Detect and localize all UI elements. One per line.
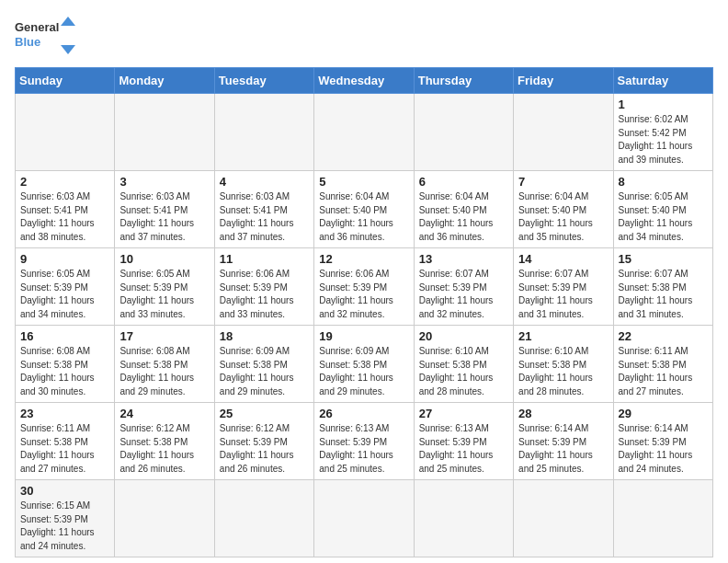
day-number: 17 (119, 329, 209, 343)
day-cell-4: 4Sunrise: 6:03 AMSunset: 5:41 PMDaylight… (214, 171, 313, 248)
day-cell-7: 7Sunrise: 6:04 AMSunset: 5:40 PMDaylight… (514, 171, 613, 248)
day-number: 22 (619, 329, 708, 343)
day-info: Sunrise: 6:02 AMSunset: 5:42 PMDaylight:… (619, 113, 708, 167)
day-cell-16: 16Sunrise: 6:08 AMSunset: 5:38 PMDayligh… (16, 326, 115, 403)
day-info: Sunrise: 6:06 AMSunset: 5:39 PMDaylight:… (220, 268, 309, 321)
day-info: Sunrise: 6:12 AMSunset: 5:39 PMDaylight:… (220, 422, 309, 476)
weekday-header-row: SundayMondayTuesdayWednesdayThursdayFrid… (16, 68, 713, 94)
day-cell-29: 29Sunrise: 6:14 AMSunset: 5:39 PMDayligh… (613, 403, 712, 480)
day-number: 24 (119, 407, 209, 420)
day-number: 28 (518, 407, 608, 420)
day-cell-13: 13Sunrise: 6:07 AMSunset: 5:39 PMDayligh… (414, 248, 513, 326)
day-number: 7 (518, 175, 608, 189)
empty-cell (613, 480, 712, 557)
day-info: Sunrise: 6:08 AMSunset: 5:38 PMDaylight:… (20, 345, 109, 398)
day-number: 10 (119, 252, 209, 266)
day-number: 14 (518, 252, 608, 266)
day-number: 25 (220, 407, 309, 420)
day-number: 26 (319, 407, 408, 420)
day-info: Sunrise: 6:07 AMSunset: 5:38 PMDaylight:… (619, 268, 708, 321)
day-number: 6 (419, 175, 508, 189)
weekday-header-wednesday: Wednesday (314, 68, 414, 94)
day-cell-19: 19Sunrise: 6:09 AMSunset: 5:38 PMDayligh… (314, 326, 414, 403)
day-info: Sunrise: 6:11 AMSunset: 5:38 PMDaylight:… (20, 422, 109, 476)
day-cell-30: 30Sunrise: 6:15 AMSunset: 5:39 PMDayligh… (16, 480, 115, 557)
day-info: Sunrise: 6:14 AMSunset: 5:39 PMDaylight:… (619, 422, 708, 476)
day-number: 29 (619, 407, 708, 420)
day-info: Sunrise: 6:09 AMSunset: 5:38 PMDaylight:… (220, 345, 309, 398)
empty-cell (514, 480, 613, 557)
day-info: Sunrise: 6:03 AMSunset: 5:41 PMDaylight:… (220, 190, 309, 244)
empty-cell (16, 94, 115, 171)
weekday-header-sunday: Sunday (16, 68, 115, 94)
logo-svg: General Blue (15, 15, 79, 56)
day-info: Sunrise: 6:05 AMSunset: 5:40 PMDaylight:… (619, 190, 708, 244)
page-header: General Blue (15, 15, 713, 56)
day-info: Sunrise: 6:10 AMSunset: 5:38 PMDaylight:… (419, 345, 508, 398)
day-cell-20: 20Sunrise: 6:10 AMSunset: 5:38 PMDayligh… (414, 326, 513, 403)
day-number: 3 (119, 175, 209, 189)
day-number: 9 (20, 252, 109, 266)
day-number: 18 (220, 329, 309, 343)
day-number: 27 (419, 407, 508, 420)
weekday-header-thursday: Thursday (414, 68, 513, 94)
day-info: Sunrise: 6:07 AMSunset: 5:39 PMDaylight:… (419, 268, 508, 321)
calendar-row: 2Sunrise: 6:03 AMSunset: 5:41 PMDaylight… (16, 171, 713, 248)
day-number: 23 (20, 407, 109, 420)
day-info: Sunrise: 6:10 AMSunset: 5:38 PMDaylight:… (518, 345, 608, 398)
day-info: Sunrise: 6:03 AMSunset: 5:41 PMDaylight:… (20, 190, 109, 244)
day-cell-5: 5Sunrise: 6:04 AMSunset: 5:40 PMDaylight… (314, 171, 414, 248)
day-cell-24: 24Sunrise: 6:12 AMSunset: 5:38 PMDayligh… (115, 403, 214, 480)
weekday-header-monday: Monday (115, 68, 214, 94)
day-cell-26: 26Sunrise: 6:13 AMSunset: 5:39 PMDayligh… (314, 403, 414, 480)
day-number: 8 (619, 175, 708, 189)
day-cell-28: 28Sunrise: 6:14 AMSunset: 5:39 PMDayligh… (514, 403, 613, 480)
day-number: 21 (518, 329, 608, 343)
day-info: Sunrise: 6:06 AMSunset: 5:39 PMDaylight:… (319, 268, 408, 321)
day-number: 13 (419, 252, 508, 266)
calendar-row: 23Sunrise: 6:11 AMSunset: 5:38 PMDayligh… (16, 403, 713, 480)
svg-text:General: General (15, 20, 59, 34)
weekday-header-saturday: Saturday (613, 68, 712, 94)
day-cell-21: 21Sunrise: 6:10 AMSunset: 5:38 PMDayligh… (514, 326, 613, 403)
day-cell-11: 11Sunrise: 6:06 AMSunset: 5:39 PMDayligh… (214, 248, 313, 326)
day-cell-17: 17Sunrise: 6:08 AMSunset: 5:38 PMDayligh… (115, 326, 214, 403)
svg-marker-2 (61, 17, 75, 26)
day-info: Sunrise: 6:11 AMSunset: 5:38 PMDaylight:… (619, 345, 708, 398)
empty-cell (414, 480, 513, 557)
day-cell-6: 6Sunrise: 6:04 AMSunset: 5:40 PMDaylight… (414, 171, 513, 248)
day-info: Sunrise: 6:05 AMSunset: 5:39 PMDaylight:… (119, 268, 209, 321)
day-info: Sunrise: 6:08 AMSunset: 5:38 PMDaylight:… (119, 345, 209, 398)
day-info: Sunrise: 6:04 AMSunset: 5:40 PMDaylight:… (419, 190, 508, 244)
day-cell-2: 2Sunrise: 6:03 AMSunset: 5:41 PMDaylight… (16, 171, 115, 248)
day-cell-25: 25Sunrise: 6:12 AMSunset: 5:39 PMDayligh… (214, 403, 313, 480)
calendar-row: 30Sunrise: 6:15 AMSunset: 5:39 PMDayligh… (16, 480, 713, 557)
empty-cell (115, 480, 214, 557)
logo: General Blue (15, 15, 79, 56)
day-number: 15 (619, 252, 708, 266)
day-info: Sunrise: 6:13 AMSunset: 5:39 PMDaylight:… (419, 422, 508, 476)
empty-cell (214, 480, 313, 557)
day-cell-9: 9Sunrise: 6:05 AMSunset: 5:39 PMDaylight… (16, 248, 115, 326)
day-info: Sunrise: 6:09 AMSunset: 5:38 PMDaylight:… (319, 345, 408, 398)
day-info: Sunrise: 6:05 AMSunset: 5:39 PMDaylight:… (20, 268, 109, 321)
day-cell-14: 14Sunrise: 6:07 AMSunset: 5:39 PMDayligh… (514, 248, 613, 326)
empty-cell (115, 94, 214, 171)
day-info: Sunrise: 6:07 AMSunset: 5:39 PMDaylight:… (518, 268, 608, 321)
day-info: Sunrise: 6:14 AMSunset: 5:39 PMDaylight:… (518, 422, 608, 476)
empty-cell (214, 94, 313, 171)
day-cell-12: 12Sunrise: 6:06 AMSunset: 5:39 PMDayligh… (314, 248, 414, 326)
day-cell-8: 8Sunrise: 6:05 AMSunset: 5:40 PMDaylight… (613, 171, 712, 248)
day-cell-23: 23Sunrise: 6:11 AMSunset: 5:38 PMDayligh… (16, 403, 115, 480)
day-number: 1 (619, 98, 708, 111)
day-info: Sunrise: 6:12 AMSunset: 5:38 PMDaylight:… (119, 422, 209, 476)
day-number: 4 (220, 175, 309, 189)
day-number: 20 (419, 329, 508, 343)
calendar-row: 16Sunrise: 6:08 AMSunset: 5:38 PMDayligh… (16, 326, 713, 403)
day-cell-15: 15Sunrise: 6:07 AMSunset: 5:38 PMDayligh… (613, 248, 712, 326)
day-info: Sunrise: 6:15 AMSunset: 5:39 PMDaylight:… (20, 500, 109, 553)
day-cell-27: 27Sunrise: 6:13 AMSunset: 5:39 PMDayligh… (414, 403, 513, 480)
day-number: 12 (319, 252, 408, 266)
empty-cell (414, 94, 513, 171)
day-info: Sunrise: 6:13 AMSunset: 5:39 PMDaylight:… (319, 422, 408, 476)
